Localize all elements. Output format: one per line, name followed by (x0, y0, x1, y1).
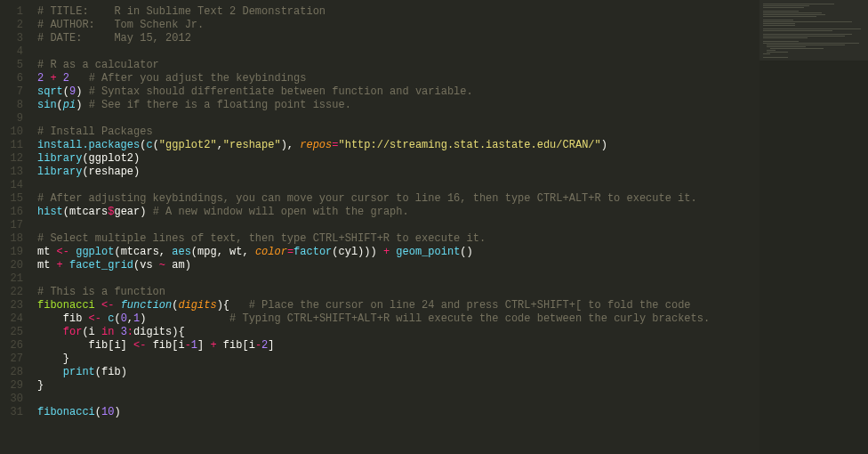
code-line[interactable]: mt + facet_grid(vs ~ am) (37, 259, 760, 272)
token-string: "ggplot2" (159, 139, 217, 151)
code-line[interactable]: fib[i] <- fib[i-1] + fib[i-2] (37, 339, 760, 353)
editor-root: 1234567891011121314151617181920212223242… (0, 0, 868, 454)
minimap-line (767, 50, 776, 51)
line-number[interactable]: 7 (0, 85, 23, 99)
line-number[interactable]: 12 (0, 152, 23, 166)
minimap-line (767, 52, 788, 53)
code-line[interactable]: fibonacci(10) (37, 406, 760, 419)
line-number[interactable]: 23 (0, 299, 23, 312)
code-line[interactable]: library(ggplot2) (37, 152, 760, 166)
code-line[interactable]: hist(mtcars$gear) # A new window will op… (37, 206, 760, 219)
code-line[interactable]: # DATE: May 15, 2012 (37, 32, 760, 45)
line-number[interactable]: 11 (0, 139, 23, 152)
code-line[interactable]: # After adjusting keybindings, you can m… (37, 192, 760, 206)
code-line[interactable]: fibonacci <- function(digits){ # Place t… (37, 299, 760, 312)
line-number[interactable]: 17 (0, 219, 23, 232)
line-number[interactable]: 19 (0, 246, 23, 259)
token-func: library (37, 152, 82, 165)
code-line[interactable]: 2 + 2 # After you adjust the keybindings (37, 72, 760, 85)
line-number[interactable]: 27 (0, 353, 23, 366)
minimap-line (763, 20, 793, 20)
token-number: 2 (63, 72, 69, 85)
code-line[interactable]: # Install Packages (37, 126, 760, 139)
code-line[interactable]: install.packages(c("ggplot2","reshape"),… (37, 139, 760, 152)
token-name (114, 299, 120, 312)
minimap-line (763, 11, 799, 12)
minimap-line (763, 21, 852, 22)
code-line[interactable]: } (37, 379, 760, 393)
code-line[interactable]: sqrt(9) # Syntax should differentiate be… (37, 85, 760, 99)
code-line[interactable] (37, 45, 760, 59)
token-operator: ~ (159, 259, 165, 272)
token-punc: (fib) (95, 366, 127, 378)
line-number[interactable]: 16 (0, 206, 23, 219)
token-param: repos (300, 139, 332, 151)
line-number[interactable]: 4 (0, 45, 23, 59)
line-number[interactable]: 20 (0, 259, 23, 272)
line-number[interactable]: 10 (0, 126, 23, 139)
token-name: fib[i] (37, 339, 133, 352)
code-line[interactable]: fib <- c(0,1) # Typing CTRL+SHIFT+ALT+R … (37, 312, 760, 326)
line-number[interactable]: 2 (0, 19, 23, 32)
code-line[interactable]: # Select multiple lines of text, then ty… (37, 232, 760, 246)
token-punc: ) (601, 139, 607, 151)
token-comment: # Place the cursor on line 24 and press … (249, 299, 691, 312)
line-number[interactable]: 6 (0, 72, 23, 85)
code-line[interactable]: } (37, 353, 760, 366)
code-line[interactable]: # This is a function (37, 286, 760, 299)
line-number[interactable]: 24 (0, 312, 23, 326)
code-line[interactable] (37, 219, 760, 232)
token-operator: = (287, 246, 293, 258)
line-number-gutter[interactable]: 1234567891011121314151617181920212223242… (0, 0, 30, 454)
line-number[interactable]: 28 (0, 366, 23, 379)
line-number[interactable]: 29 (0, 379, 23, 393)
token-func: sin (37, 99, 57, 111)
token-name (37, 366, 63, 378)
code-line[interactable]: # TITLE: R in Sublime Text 2 Demonstrati… (37, 5, 760, 19)
token-operator: : (127, 326, 133, 338)
token-punc: , (217, 139, 223, 151)
line-number[interactable]: 1 (0, 5, 23, 19)
line-number[interactable]: 31 (0, 406, 23, 419)
code-line[interactable]: sin(pi) # See if there is a floating poi… (37, 99, 760, 112)
token-punc: , (127, 312, 133, 325)
token-punc: (i (82, 326, 101, 338)
line-number[interactable]: 26 (0, 339, 23, 353)
token-operator: <- (57, 246, 69, 258)
minimap[interactable] (760, 0, 868, 454)
line-number[interactable]: 22 (0, 286, 23, 299)
code-editor-area[interactable]: # TITLE: R in Sublime Text 2 Demonstrati… (30, 0, 760, 454)
code-line[interactable]: # AUTHOR: Tom Schenk Jr. (37, 19, 760, 32)
token-param: digits (178, 299, 216, 312)
token-func: sqrt (37, 85, 63, 98)
code-line[interactable]: # R as a calculator (37, 59, 760, 72)
line-number[interactable]: 5 (0, 59, 23, 72)
line-number[interactable]: 14 (0, 179, 23, 192)
line-number[interactable]: 21 (0, 272, 23, 286)
token-punc (69, 72, 89, 85)
line-number[interactable]: 13 (0, 166, 23, 179)
line-number[interactable]: 15 (0, 192, 23, 206)
code-line[interactable]: mt <- ggplot(mtcars, aes(mpg, wt, color=… (37, 246, 760, 259)
token-punc: ( (63, 85, 69, 98)
code-line[interactable] (37, 393, 760, 406)
code-line[interactable] (37, 179, 760, 192)
code-line[interactable] (37, 112, 760, 126)
token-comment: # A new window will open with the graph. (153, 206, 409, 218)
code-line[interactable] (37, 272, 760, 286)
line-number[interactable]: 9 (0, 112, 23, 126)
token-string: "reshape" (223, 139, 281, 151)
minimap-line (763, 28, 861, 29)
line-number[interactable]: 8 (0, 99, 23, 112)
line-number[interactable]: 25 (0, 326, 23, 339)
minimap-line (763, 34, 852, 35)
token-comment: # Select multiple lines of text, then ty… (37, 232, 486, 245)
line-number[interactable]: 18 (0, 232, 23, 246)
token-comment: # DATE: May 15, 2012 (37, 32, 191, 45)
line-number[interactable]: 3 (0, 32, 23, 45)
code-line[interactable]: library(reshape) (37, 166, 760, 179)
line-number[interactable]: 30 (0, 393, 23, 406)
code-line[interactable]: print(fib) (37, 366, 760, 379)
code-line[interactable]: for(i in 3:digits){ (37, 326, 760, 339)
token-func: c (146, 139, 152, 151)
